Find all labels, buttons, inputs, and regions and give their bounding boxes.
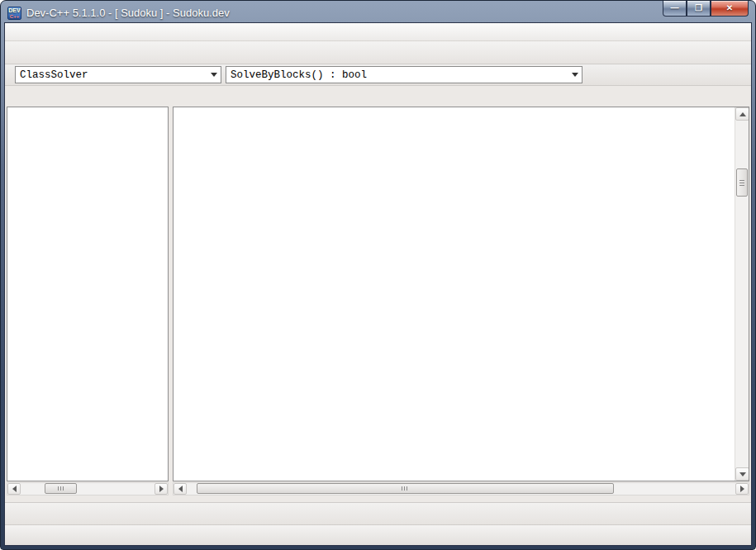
editor-vertical-scrollbar[interactable] [735, 107, 749, 481]
browser-panel [7, 88, 169, 495]
scrollbar-thumb[interactable] [197, 483, 614, 494]
class-combobox[interactable]: ClassSolver [15, 66, 221, 83]
class-tree [7, 107, 169, 481]
chevron-down-icon[interactable] [568, 69, 582, 80]
minimize-button[interactable]: — [663, 1, 687, 17]
app-window: DEVC++ Dev-C++ 5.1.1.0 - [ Sudoku ] - Su… [0, 0, 756, 550]
scroll-left-icon[interactable] [7, 483, 21, 495]
menu-bar [5, 23, 751, 41]
report-tabs [5, 502, 751, 524]
browser-horizontal-scrollbar[interactable] [7, 482, 169, 495]
class-combobox-value: ClassSolver [20, 69, 88, 81]
member-combobox[interactable]: SolveByBlocks() : bool [226, 66, 582, 83]
chevron-down-icon[interactable] [207, 69, 221, 80]
navigation-bar: ClassSolver SolveByBlocks() : bool [5, 64, 751, 86]
scroll-right-icon[interactable] [155, 483, 168, 495]
member-combobox-value: SolveByBlocks() : bool [231, 69, 367, 81]
caption-buttons: —❐✕ [663, 1, 749, 17]
scrollbar-thumb[interactable] [45, 483, 77, 494]
editor-panel [173, 88, 749, 495]
browser-tabs [7, 88, 169, 107]
editor-tabs [173, 88, 749, 107]
scroll-left-icon[interactable] [174, 483, 187, 495]
scrollbar-thumb[interactable] [736, 168, 748, 197]
scroll-right-icon[interactable] [735, 483, 749, 495]
editor-horizontal-scrollbar[interactable] [173, 482, 749, 495]
status-bar [5, 524, 751, 545]
toolbar [5, 41, 751, 64]
app-icon: DEVC++ [7, 7, 21, 20]
close-button[interactable]: ✕ [711, 1, 749, 17]
main-area [5, 86, 751, 502]
maximize-button[interactable]: ❐ [687, 1, 711, 17]
window-title: Dev-C++ 5.1.1.0 - [ Sudoku ] - Sudoku.de… [26, 7, 230, 19]
client-area: ClassSolver SolveByBlocks() : bool [4, 22, 752, 546]
scroll-down-icon[interactable] [735, 467, 749, 481]
scroll-up-icon[interactable] [735, 107, 749, 121]
code-area[interactable] [174, 107, 735, 481]
title-bar[interactable]: DEVC++ Dev-C++ 5.1.1.0 - [ Sudoku ] - Su… [4, 3, 752, 22]
